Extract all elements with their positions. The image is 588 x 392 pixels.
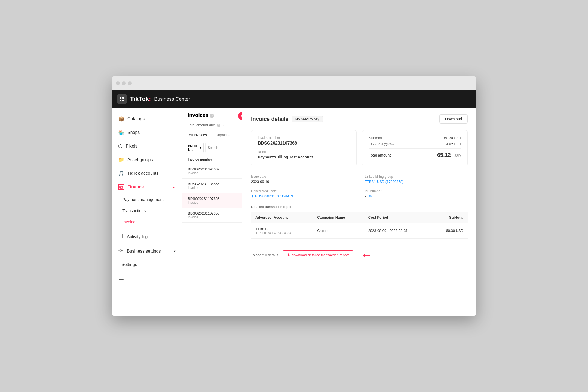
invoice-list-header: Invoices ? ✕ xyxy=(182,108,242,120)
subtotal-value: 60.30 USD xyxy=(444,136,461,140)
titlebar-dot-green xyxy=(128,81,132,85)
po-number-edit-icon[interactable]: ✏ xyxy=(369,194,372,198)
topnav: TikTok: Business Center xyxy=(112,90,476,108)
activity-log-icon xyxy=(118,233,124,240)
cell-advertiser: TTBS10 ID 7100974004923564033 xyxy=(251,223,313,239)
invoice-filter-select[interactable]: Invoice No. ▾ xyxy=(186,143,204,153)
invoice-type-3: Invoice xyxy=(188,201,237,204)
shops-icon: 🏪 xyxy=(118,130,124,136)
invoice-tabs: All Invoices Unpaid C xyxy=(182,130,242,140)
invoice-detail-panel: Invoice details No need to pay Download … xyxy=(242,108,476,316)
sidebar-item-label-catalogs: Catalogs xyxy=(127,117,145,121)
invoice-filters: Invoice No. ▾ xyxy=(182,140,242,155)
invoice-search-input[interactable] xyxy=(205,143,242,153)
billed-to-label: Billed to xyxy=(258,150,350,154)
billed-to-value: Payment&Billing Test Account xyxy=(258,155,350,159)
advertiser-name: TTBS10 xyxy=(255,227,308,231)
po-number-label: PO number xyxy=(365,189,468,193)
logo-subtitle: Business Center xyxy=(154,96,190,102)
total-label: Total amount xyxy=(369,153,391,157)
sidebar-item-finance[interactable]: Finance ▲ xyxy=(112,180,182,194)
invoice-list-close-button[interactable]: ✕ xyxy=(238,112,242,120)
linked-billing-group-field: Linked billing group TTBS1-USD (17290368… xyxy=(365,175,468,184)
help-icon-small[interactable]: ? xyxy=(217,124,220,127)
cell-period: 2023-08-09 - 2023-08-31 xyxy=(364,223,431,239)
download-report-row: To see full details ⬇ download detailed … xyxy=(251,244,468,266)
linked-billing-group-value[interactable]: TTBS1-USD (17290368) xyxy=(365,180,468,184)
invoices-label: Invoices xyxy=(122,219,137,224)
finance-icon xyxy=(118,184,124,190)
download-report-button[interactable]: ⬇ download detailed transaction report xyxy=(283,250,354,259)
meta-right: Linked billing group TTBS1-USD (17290368… xyxy=(365,175,468,198)
sidebar-item-label-tiktok-accounts: TikTok accounts xyxy=(127,171,158,176)
svg-rect-5 xyxy=(120,187,121,188)
invoice-number-box: Invoice number BDSG20231107368 Billed to… xyxy=(251,130,357,166)
sidebar-item-pixels[interactable]: ⬡ Pixels xyxy=(112,139,182,153)
business-settings-arrow-icon: ▾ xyxy=(174,249,176,253)
filter-dropdown-icon: ▾ xyxy=(200,146,201,150)
invoice-item-2[interactable]: BDSG20231136555 Invoice xyxy=(182,179,242,193)
tiktok-accounts-icon: 🎵 xyxy=(118,170,124,176)
invoice-type-1: Invoice xyxy=(188,171,237,175)
payment-management-label: Payment management xyxy=(122,197,164,202)
invoice-type-4: Invoice xyxy=(188,215,237,219)
sidebar-item-invoices[interactable]: Invoices xyxy=(112,216,182,227)
catalogs-icon: 📦 xyxy=(118,116,124,122)
sidebar: 📦 Catalogs 🏪 Shops ⬡ Pixels 📁 Asset grou… xyxy=(112,108,182,316)
sidebar-item-tiktok-accounts[interactable]: 🎵 TikTok accounts xyxy=(112,167,182,180)
sidebar-item-shops[interactable]: 🏪 Shops xyxy=(112,126,182,139)
subtotal-currency: USD xyxy=(454,136,461,140)
tax-row: Tax (GST@8%) 4.82 USD xyxy=(369,142,461,146)
logo-tiktok: TikTok: xyxy=(130,96,151,103)
sidebar-item-business-settings[interactable]: Business settings ▾ xyxy=(112,244,182,258)
titlebar-dot-red xyxy=(116,81,120,85)
invoice-detail-heading: Invoice details xyxy=(251,116,289,122)
linked-billing-group-label: Linked billing group xyxy=(365,175,468,179)
sidebar-item-activity-log[interactable]: Activity log xyxy=(112,229,182,244)
download-button[interactable]: Download xyxy=(439,114,468,124)
total-amount-dash: - xyxy=(223,123,224,127)
grid-icon[interactable] xyxy=(117,94,127,104)
subtotal-row: Subtotal 60.30 USD xyxy=(369,136,461,140)
tax-value: 4.82 USD xyxy=(446,142,461,146)
tab-all-invoices[interactable]: All Invoices xyxy=(187,130,209,140)
invoice-item-3[interactable]: BDSG20231107368 Invoice xyxy=(182,193,242,208)
svg-point-7 xyxy=(120,250,122,251)
sidebar-item-settings[interactable]: Settings xyxy=(112,258,182,271)
sidebar-item-label-shops: Shops xyxy=(127,130,140,135)
sidebar-collapse-button[interactable] xyxy=(112,271,182,287)
advertiser-id: ID 7100974004923564033 xyxy=(255,231,308,235)
invoices-help-icon[interactable]: ? xyxy=(210,114,214,118)
col-header-subtotal: Subtotal xyxy=(431,212,468,223)
issue-date-field: Issue date 2023-09-19 xyxy=(251,175,354,184)
invoice-items-list: BDSG20231394662 Invoice BDSG20231136555 … xyxy=(182,164,242,223)
logo: TikTok: Business Center xyxy=(117,94,190,104)
invoice-number-1: BDSG20231394662 xyxy=(188,167,237,171)
invoice-item-4[interactable]: BDSG20231107358 Invoice xyxy=(182,208,242,223)
tax-label: Tax (GST@8%) xyxy=(369,142,394,146)
linked-credit-note-value[interactable]: ⬇ BDSG20231107368-CN xyxy=(251,194,354,198)
invoice-item-1[interactable]: BDSG20231394662 Invoice xyxy=(182,164,242,179)
tax-currency: USD xyxy=(454,142,461,146)
sidebar-item-transactions[interactable]: Transactions xyxy=(112,205,182,216)
svg-rect-9 xyxy=(119,278,122,278)
main-area: 📦 Catalogs 🏪 Shops ⬡ Pixels 📁 Asset grou… xyxy=(112,108,476,316)
col-header-campaign: Campaign Name xyxy=(313,212,364,223)
cell-subtotal: 60.30 USD xyxy=(431,223,468,239)
business-settings-label: Business settings xyxy=(127,249,161,254)
svg-rect-1 xyxy=(122,97,124,99)
svg-rect-10 xyxy=(119,279,124,280)
invoice-detail-title-group: Invoice details No need to pay xyxy=(251,116,323,122)
tab-unpaid[interactable]: Unpaid C xyxy=(213,130,232,140)
invoices-title: Invoices ? xyxy=(188,112,214,118)
finance-subitems: Payment management Transactions Invoices xyxy=(112,194,182,227)
content-panel: Invoices ? ✕ Total amount due ? - All In… xyxy=(182,108,476,316)
invoice-list-panel: Invoices ? ✕ Total amount due ? - All In… xyxy=(182,108,242,316)
svg-rect-4 xyxy=(120,186,123,188)
sidebar-item-payment-management[interactable]: Payment management xyxy=(112,194,182,205)
sidebar-item-asset-groups[interactable]: 📁 Asset groups xyxy=(112,153,182,167)
sidebar-item-catalogs[interactable]: 📦 Catalogs xyxy=(112,112,182,126)
finance-arrow-icon: ▲ xyxy=(172,185,176,189)
activity-log-label: Activity log xyxy=(127,234,148,239)
transactions-label: Transactions xyxy=(122,208,146,213)
